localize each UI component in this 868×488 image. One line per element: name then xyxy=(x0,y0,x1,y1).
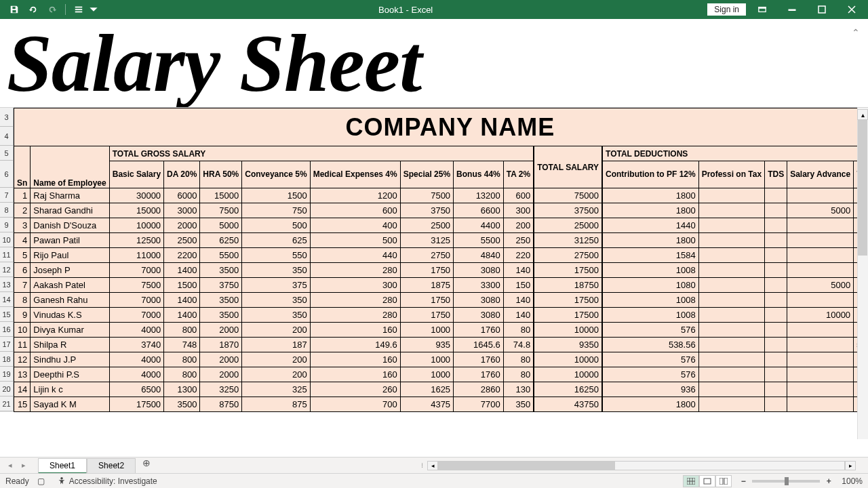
row-header[interactable]: 21 xyxy=(0,396,14,411)
cell[interactable]: Ganesh Rahu xyxy=(31,293,109,308)
cell[interactable]: 350 xyxy=(503,397,534,412)
cell[interactable]: 160 xyxy=(310,352,400,367)
collapse-ribbon-button[interactable]: ⌃ xyxy=(852,27,860,38)
cell[interactable]: 1750 xyxy=(400,308,453,323)
cell[interactable] xyxy=(698,293,764,308)
cell[interactable]: Aakash Patel xyxy=(31,278,109,293)
cell[interactable]: 1750 xyxy=(400,293,453,308)
cell[interactable]: Deepthi P.S xyxy=(31,367,109,382)
cell[interactable]: 3500 xyxy=(200,263,242,278)
cell[interactable]: 350 xyxy=(242,263,310,278)
cell[interactable]: 6600 xyxy=(454,203,504,218)
cell[interactable]: 1200 xyxy=(310,188,400,203)
cell[interactable]: Sayad K M xyxy=(31,397,109,412)
cell[interactable]: 1400 xyxy=(164,263,200,278)
scroll-right-button[interactable]: ▸ xyxy=(845,461,856,470)
cell[interactable]: 1800 xyxy=(602,397,698,412)
row-header[interactable]: 8 xyxy=(0,203,14,218)
cell[interactable]: 12500 xyxy=(109,233,163,248)
cell[interactable]: 27500 xyxy=(534,248,602,263)
cell[interactable]: 3740 xyxy=(109,338,163,352)
cell[interactable] xyxy=(765,233,787,248)
cell[interactable]: 748 xyxy=(164,338,200,352)
cell[interactable]: 2200 xyxy=(164,248,200,263)
cell[interactable] xyxy=(765,203,787,218)
cell[interactable]: 1750 xyxy=(400,263,453,278)
cell[interactable] xyxy=(698,367,764,382)
row-header[interactable]: 14 xyxy=(0,292,14,307)
table-row[interactable]: 15Sayad K M1750035008750 875700437577003… xyxy=(14,397,869,412)
cell[interactable]: 280 xyxy=(310,293,400,308)
tab-nav-prev[interactable]: ◂ xyxy=(4,460,16,472)
cell[interactable]: 150 xyxy=(503,278,534,293)
cell[interactable]: 3750 xyxy=(400,203,453,218)
cell[interactable] xyxy=(698,278,764,293)
cell[interactable]: Lijin k c xyxy=(31,382,109,397)
row-header[interactable]: 18 xyxy=(0,352,14,367)
cell[interactable] xyxy=(765,367,787,382)
zoom-in-button[interactable]: + xyxy=(824,476,833,486)
cell[interactable]: 375 xyxy=(242,278,310,293)
cell[interactable]: 600 xyxy=(310,203,400,218)
cell[interactable]: 7500 xyxy=(109,278,163,293)
table-row[interactable]: 11Shilpa R37407481870 187149.69351645.67… xyxy=(14,338,869,352)
cell[interactable]: 280 xyxy=(310,263,400,278)
cell[interactable]: 149.6 xyxy=(310,338,400,352)
row-header[interactable]: 6 xyxy=(0,161,14,188)
cell[interactable]: 280 xyxy=(310,308,400,323)
cell[interactable]: 6250 xyxy=(200,233,242,248)
cell[interactable]: 4400 xyxy=(454,218,504,233)
cell[interactable]: 8 xyxy=(14,293,31,308)
cell[interactable]: 1760 xyxy=(454,352,504,367)
cell[interactable]: 200 xyxy=(242,367,310,382)
row-header[interactable]: 13 xyxy=(0,277,14,292)
cell[interactable]: 6500 xyxy=(109,382,163,397)
header-medical[interactable]: Medical Expenses 4% xyxy=(310,161,400,188)
cell[interactable]: 500 xyxy=(242,218,310,233)
cell[interactable]: 2000 xyxy=(164,218,200,233)
row-header[interactable]: 4 xyxy=(0,127,14,146)
cell[interactable]: 3080 xyxy=(454,293,504,308)
cell[interactable] xyxy=(787,218,854,233)
cell[interactable]: 2 xyxy=(14,203,31,218)
cell[interactable]: 750 xyxy=(242,203,310,218)
cell[interactable]: Danish D'Souza xyxy=(31,218,109,233)
cell[interactable]: 17500 xyxy=(534,308,602,323)
cell[interactable] xyxy=(787,397,854,412)
cell[interactable]: 25000 xyxy=(534,218,602,233)
vertical-scrollbar-thumb[interactable] xyxy=(858,120,867,256)
cell[interactable]: Pawan Patil xyxy=(31,233,109,248)
cell[interactable]: 2500 xyxy=(164,233,200,248)
cell[interactable] xyxy=(787,188,854,203)
row-header[interactable]: 17 xyxy=(0,337,14,352)
salary-table[interactable]: COMPANY NAME Sn Name of Employee TOTAL G… xyxy=(14,108,868,412)
cell[interactable]: 10000 xyxy=(109,218,163,233)
cell[interactable]: 1008 xyxy=(602,263,698,278)
cell[interactable] xyxy=(787,293,854,308)
cell[interactable]: 1584 xyxy=(602,248,698,263)
cell[interactable]: Joseph P xyxy=(31,263,109,278)
cell[interactable]: 500 xyxy=(310,233,400,248)
header-gross-section[interactable]: TOTAL GROSS SALARY xyxy=(109,146,534,161)
cell[interactable]: 4375 xyxy=(400,397,453,412)
save-button[interactable] xyxy=(5,1,23,18)
cell[interactable]: 1625 xyxy=(400,382,453,397)
cell[interactable]: 1800 xyxy=(602,203,698,218)
table-row[interactable]: 6Joseph P700014003500 35028017503080140 … xyxy=(14,263,869,278)
undo-button[interactable] xyxy=(24,1,42,18)
cell[interactable]: 1300 xyxy=(164,382,200,397)
header-tds[interactable]: TDS xyxy=(765,161,787,188)
cell[interactable]: 3080 xyxy=(454,263,504,278)
row-header[interactable]: 5 xyxy=(0,146,14,161)
cell[interactable]: 80 xyxy=(503,352,534,367)
cell[interactable]: Shilpa R xyxy=(31,338,109,352)
page-layout-view-button[interactable] xyxy=(699,475,715,487)
table-row[interactable]: 9Vinudas K.S700014003500 350280175030801… xyxy=(14,308,869,323)
table-row[interactable]: 7Aakash Patel750015003750 37530018753300… xyxy=(14,278,869,293)
table-row[interactable]: 14Lijin k c650013003250 3252601625286013… xyxy=(14,382,869,397)
cell[interactable]: 325 xyxy=(242,382,310,397)
cell[interactable]: 875 xyxy=(242,397,310,412)
cell[interactable]: 11000 xyxy=(109,248,163,263)
cell[interactable]: Sharad Gandhi xyxy=(31,203,109,218)
cell[interactable]: 15000 xyxy=(200,188,242,203)
